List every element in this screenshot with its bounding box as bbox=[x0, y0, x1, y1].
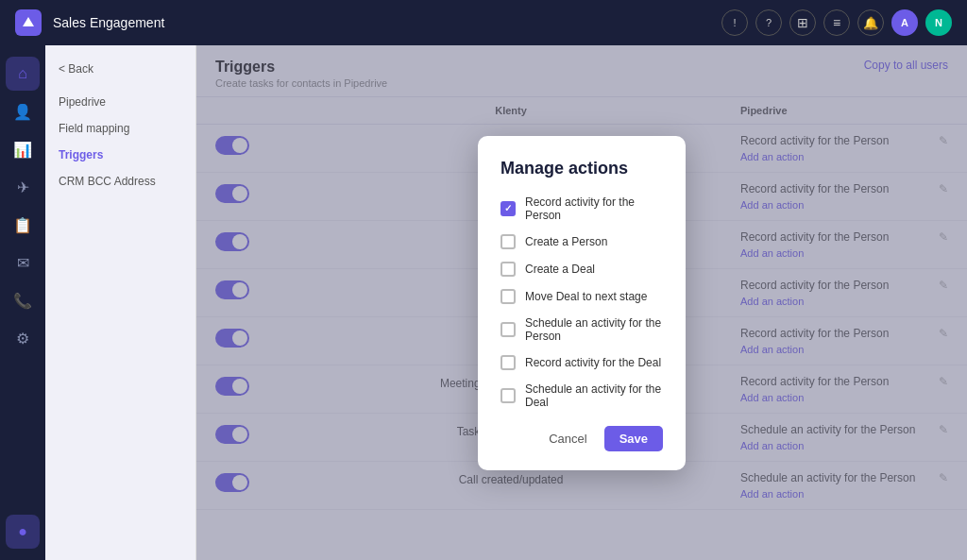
modal-option-1[interactable]: Create a Person bbox=[500, 234, 663, 249]
topnav-left: Sales Engagement bbox=[15, 9, 164, 36]
help-icon[interactable]: ? bbox=[755, 9, 782, 36]
grid-icon[interactable]: ⊞ bbox=[789, 9, 816, 36]
sidebar-item-integrations[interactable]: ⚙ bbox=[6, 321, 40, 355]
sidebar-item-settings[interactable]: ● bbox=[6, 515, 40, 549]
sidebar-item-email[interactable]: ✉ bbox=[6, 246, 40, 280]
checkbox-2[interactable] bbox=[500, 262, 516, 277]
sidebar-item-analytics[interactable]: 📊 bbox=[6, 132, 40, 166]
option-label-6: Schedule an activity for the Deal bbox=[525, 382, 663, 409]
avatar-a[interactable]: A bbox=[891, 9, 918, 36]
avatar-n[interactable]: N bbox=[925, 9, 952, 36]
icon-sidebar: ⌂ 👤 📊 ✈ 📋 ✉ 📞 ⚙ ● bbox=[0, 45, 45, 560]
modal-option-5[interactable]: Record activity for the Deal bbox=[500, 355, 663, 370]
nav-panel: < Back Pipedrive Field mapping Triggers … bbox=[45, 45, 196, 560]
option-label-4: Schedule an activity for the Person bbox=[525, 316, 663, 343]
nav-item-pipedrive[interactable]: Pipedrive bbox=[45, 89, 195, 115]
sidebar-item-home[interactable]: ⌂ bbox=[6, 57, 40, 91]
checkbox-5[interactable] bbox=[500, 355, 516, 370]
bell-icon[interactable]: 🔔 bbox=[857, 9, 884, 36]
manage-actions-modal: Manage actions Record activity for the P… bbox=[478, 136, 686, 470]
cancel-button[interactable]: Cancel bbox=[539, 426, 596, 451]
app-title: Sales Engagement bbox=[53, 15, 164, 30]
option-label-1: Create a Person bbox=[525, 235, 607, 248]
sidebar-item-phone[interactable]: 📞 bbox=[6, 283, 40, 317]
topnav: Sales Engagement ! ? ⊞ ≡ 🔔 A N bbox=[0, 0, 967, 45]
sidebar-item-contacts[interactable]: 👤 bbox=[6, 94, 40, 128]
nav-item-triggers[interactable]: Triggers bbox=[45, 142, 195, 168]
checkbox-0[interactable] bbox=[500, 201, 516, 216]
app-logo[interactable] bbox=[15, 9, 42, 36]
option-label-2: Create a Deal bbox=[525, 263, 595, 276]
notification-icon[interactable]: ! bbox=[721, 9, 748, 36]
topnav-right: ! ? ⊞ ≡ 🔔 A N bbox=[721, 9, 952, 36]
modal-option-6[interactable]: Schedule an activity for the Deal bbox=[500, 382, 663, 409]
checkbox-3[interactable] bbox=[500, 289, 516, 304]
sidebar-item-tasks[interactable]: 📋 bbox=[6, 208, 40, 242]
modal-title: Manage actions bbox=[500, 159, 663, 178]
main-layout: ⌂ 👤 📊 ✈ 📋 ✉ 📞 ⚙ ● < Back Pipedrive Field… bbox=[0, 45, 967, 560]
save-button[interactable]: Save bbox=[604, 426, 663, 451]
modal-option-0[interactable]: Record activity for the Person bbox=[500, 195, 663, 222]
modal-footer: Cancel Save bbox=[500, 426, 663, 451]
content-area: Triggers Create tasks for contacts in Pi… bbox=[196, 45, 967, 560]
checkbox-4[interactable] bbox=[500, 322, 516, 337]
checkbox-6[interactable] bbox=[500, 388, 516, 403]
option-label-0: Record activity for the Person bbox=[525, 195, 663, 222]
back-button[interactable]: < Back bbox=[45, 57, 195, 81]
modal-option-2[interactable]: Create a Deal bbox=[500, 262, 663, 277]
sidebar-item-campaigns[interactable]: ✈ bbox=[6, 170, 40, 204]
checkbox-1[interactable] bbox=[500, 234, 516, 249]
option-label-5: Record activity for the Deal bbox=[525, 356, 661, 369]
svg-marker-0 bbox=[23, 17, 34, 26]
option-label-3: Move Deal to next stage bbox=[525, 290, 647, 303]
modal-option-4[interactable]: Schedule an activity for the Person bbox=[500, 316, 663, 343]
modal-option-3[interactable]: Move Deal to next stage bbox=[500, 289, 663, 304]
nav-item-field-mapping[interactable]: Field mapping bbox=[45, 115, 195, 142]
modal-overlay: Manage actions Record activity for the P… bbox=[196, 45, 967, 560]
nav-item-crm-bcc[interactable]: CRM BCC Address bbox=[45, 168, 195, 195]
menu-icon[interactable]: ≡ bbox=[823, 9, 850, 36]
